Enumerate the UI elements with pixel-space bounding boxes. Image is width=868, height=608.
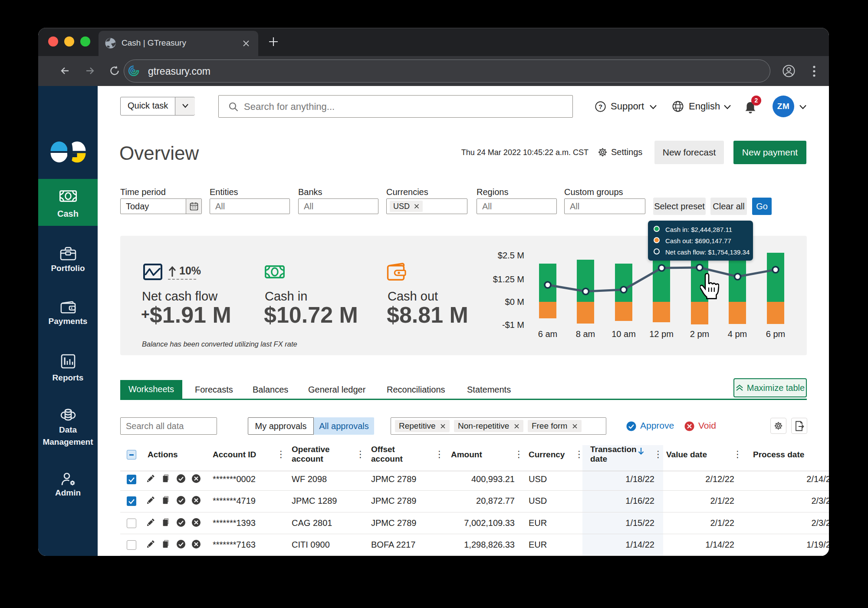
svg-text:?: ? bbox=[598, 103, 602, 110]
